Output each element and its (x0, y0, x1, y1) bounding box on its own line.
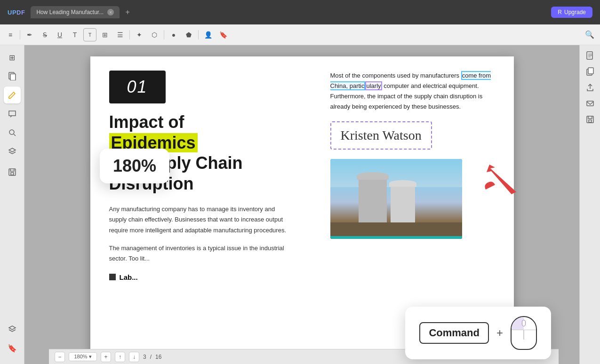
toolbar-highlight-icon[interactable]: ✦ (133, 28, 146, 41)
body-paragraph-2: The management of inventories is a typic… (109, 243, 288, 264)
svg-rect-1 (10, 74, 16, 80)
silo-2 (391, 185, 415, 225)
sidebar-save-icon[interactable] (4, 164, 21, 181)
zoom-out-button[interactable]: − (55, 352, 65, 362)
sidebar-bottom: 🔖 (4, 321, 21, 360)
zoom-badge: 180% (100, 149, 169, 183)
toolbar-pen-icon[interactable]: ✒ (23, 28, 36, 41)
toolbar-color-icon[interactable]: ⬡ (148, 28, 161, 41)
silo-1-top (357, 172, 389, 180)
search-icon[interactable]: 🔍 (583, 28, 596, 41)
document-area: 01 Impact of Epidemics on Supply Chain D… (24, 45, 579, 364)
right-sidebar-copy-icon[interactable] (584, 65, 597, 78)
upgrade-button[interactable]: R Upgrade (551, 7, 592, 18)
right-sidebar-share-icon[interactable] (584, 81, 597, 94)
new-tab-button[interactable]: + (122, 7, 133, 17)
svg-rect-9 (587, 116, 593, 123)
bottom-accent (330, 236, 462, 239)
command-tooltip: Command + (405, 307, 551, 359)
tab-close-button[interactable]: × (107, 9, 114, 16)
toolbar-text-box-icon[interactable]: T (83, 28, 96, 41)
toolbar-circle-icon[interactable]: ● (167, 28, 180, 41)
sidebar-bookmark-icon[interactable]: 🔖 (4, 340, 21, 356)
highlighted-text-purple: ularly (365, 81, 382, 90)
right-sidebar-save-icon[interactable] (584, 113, 597, 126)
sidebar-layers-icon[interactable] (4, 143, 21, 160)
zoom-value: 180% (113, 156, 156, 175)
command-key: Command (419, 322, 489, 344)
right-sidebar-email-icon[interactable] (584, 97, 597, 110)
zoom-display[interactable]: 180% ▾ (69, 352, 97, 361)
toolbar-bookmark-icon[interactable]: 🔖 (216, 28, 230, 41)
signature-text: Kristen Watson (341, 128, 422, 142)
app-logo: UPDF (8, 9, 25, 16)
toolbar: ≡ ✒ S̶ U T T ⊞ ☰ ✦ ⬡ ● ⬟ 👤 🔖 🔍 (0, 24, 600, 45)
titlebar: UPDF How Leading Manufactur... × + R Upg… (0, 0, 600, 24)
toolbar-divider-4 (198, 30, 199, 40)
sidebar-pages-icon[interactable] (4, 68, 21, 85)
toolbar-underline-icon[interactable]: U (53, 28, 66, 41)
upgrade-icon: R (558, 9, 562, 16)
mouse-scroll-wheel (522, 320, 526, 326)
sidebar-edit-icon[interactable] (4, 87, 21, 103)
industrial-image-container (330, 159, 500, 239)
body-paragraph-1: Any manufacturing company has to manage … (109, 204, 288, 235)
active-tab[interactable]: How Leading Manufactur... × (31, 6, 120, 18)
page-right-column: Most of the components used by manufactu… (330, 71, 500, 239)
right-sidebar (579, 45, 600, 364)
svg-rect-7 (588, 68, 593, 74)
plus-sign: + (496, 326, 503, 340)
highlighted-text-blue: come from China, partic (330, 71, 491, 90)
signature-box[interactable]: Kristen Watson (330, 121, 432, 150)
industrial-image (330, 159, 462, 239)
svg-rect-4 (11, 173, 14, 175)
heading-line-1: Impact of (109, 112, 184, 132)
label-item: Lab... (109, 273, 288, 281)
toolbar-table-icon[interactable]: ⊞ (98, 28, 112, 41)
sidebar-comment-icon[interactable] (4, 105, 21, 122)
silo-2-top (389, 180, 416, 187)
toolbar-strikethrough-icon[interactable]: S̶ (38, 28, 51, 41)
chapter-number: 01 (109, 71, 166, 103)
svg-point-2 (9, 130, 14, 135)
nav-down-button[interactable]: ↓ (129, 352, 139, 362)
label-text: Lab... (120, 273, 138, 281)
svg-rect-10 (589, 120, 592, 122)
toolbar-divider-1 (20, 30, 20, 40)
sidebar-thumbnail-icon[interactable]: ⊞ (4, 49, 21, 66)
tab-title: How Leading Manufactur... (36, 9, 104, 16)
toolbar-divider-3 (164, 30, 164, 40)
svg-rect-3 (9, 169, 16, 175)
page-total: 16 (155, 354, 161, 360)
toolbar-divider-2 (129, 30, 130, 40)
svg-rect-8 (587, 101, 593, 106)
arrow-decoration (481, 164, 519, 197)
page-separator: / (150, 354, 152, 360)
toolbar-shape-icon[interactable]: ⬟ (182, 28, 195, 41)
page-current: 3 (143, 354, 146, 360)
toolbar-user-icon[interactable]: 👤 (201, 28, 215, 41)
mouse-divider (524, 330, 524, 340)
toolbar-text-icon[interactable]: T (68, 28, 81, 41)
toolbar-menu-icon[interactable]: ≡ (4, 28, 17, 41)
nav-up-button[interactable]: ↑ (115, 352, 125, 362)
zoom-in-button[interactable]: + (101, 352, 111, 362)
right-paragraph: Most of the components used by manufactu… (330, 71, 500, 112)
right-sidebar-new-doc-icon[interactable] (584, 49, 597, 62)
label-square-icon (109, 274, 116, 280)
sidebar-search-icon[interactable] (4, 124, 21, 141)
silo-1 (359, 178, 387, 225)
sidebar-stack-icon[interactable] (4, 321, 21, 338)
left-sidebar: ⊞ (0, 45, 24, 364)
toolbar-list-icon[interactable]: ☰ (113, 28, 127, 41)
mouse-icon (511, 316, 537, 350)
main-layout: ⊞ (0, 45, 600, 364)
